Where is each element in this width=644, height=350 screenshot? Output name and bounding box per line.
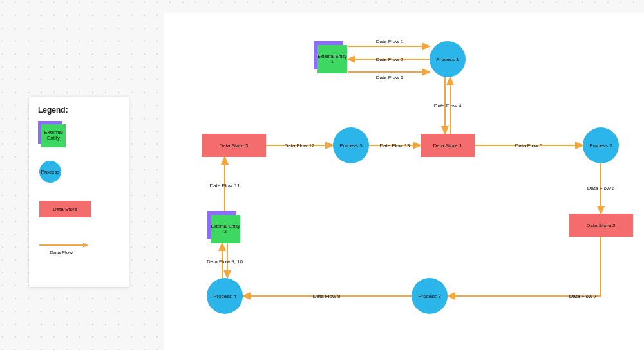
flow-label: Data Flow xyxy=(50,250,73,255)
process-4[interactable]: Process 4 xyxy=(207,278,243,314)
process-5[interactable]: Process 5 xyxy=(333,127,369,163)
flow-label-7: Data Flow 7 xyxy=(569,293,597,299)
legend-item-process: Process xyxy=(38,161,129,190)
data-store-3[interactable]: Data Store 3 xyxy=(202,134,266,157)
flow-label-6: Data Flow 6 xyxy=(587,185,615,191)
flow-label-13: Data Flow 13 xyxy=(379,143,410,149)
data-store-2[interactable]: Data Store 2 xyxy=(569,214,633,237)
flow-label-12: Data Flow 12 xyxy=(284,143,314,149)
page-root: Legend: External Entity Process Data Sto… xyxy=(0,0,644,350)
legend-item-entity: External Entity xyxy=(38,121,129,151)
process-icon: Process xyxy=(39,161,61,183)
flow-label-1: Data Flow 1 xyxy=(376,39,404,44)
legend-title: Legend: xyxy=(38,106,129,115)
process-2[interactable]: Process 2 xyxy=(583,127,619,163)
legend-item-store: Data Store xyxy=(38,201,129,230)
legend-panel: Legend: External Entity Process Data Sto… xyxy=(29,97,129,287)
flow-label-5: Data Flow 5 xyxy=(515,143,543,149)
flow-label-11: Data Flow 11 xyxy=(209,183,240,189)
data-store-1[interactable]: Data Store 1 xyxy=(421,134,475,157)
flow-label-2: Data Flow 2 xyxy=(376,57,404,62)
entity-1[interactable]: External Entity 1 xyxy=(317,45,347,73)
process-3[interactable]: Process 3 xyxy=(412,278,448,314)
legend-item-flow: Data Flow xyxy=(38,241,129,270)
diagram-canvas[interactable]: Data Flow 1 Data Flow 2 Data Flow 3 Data… xyxy=(164,13,644,350)
entity-2[interactable]: External Entity 2 xyxy=(211,215,240,243)
entity-icon: External Entity xyxy=(41,124,66,147)
arrow-icon xyxy=(39,244,86,246)
flow-label-3: Data Flow 3 xyxy=(376,75,404,80)
flow-label-8: Data Flow 8 xyxy=(313,293,341,299)
flow-label-4: Data Flow 4 xyxy=(434,103,462,109)
store-icon: Data Store xyxy=(39,201,91,217)
flow-label-9-10: Data Flow 9, 10 xyxy=(207,259,243,264)
process-1[interactable]: Process 1 xyxy=(430,41,466,77)
